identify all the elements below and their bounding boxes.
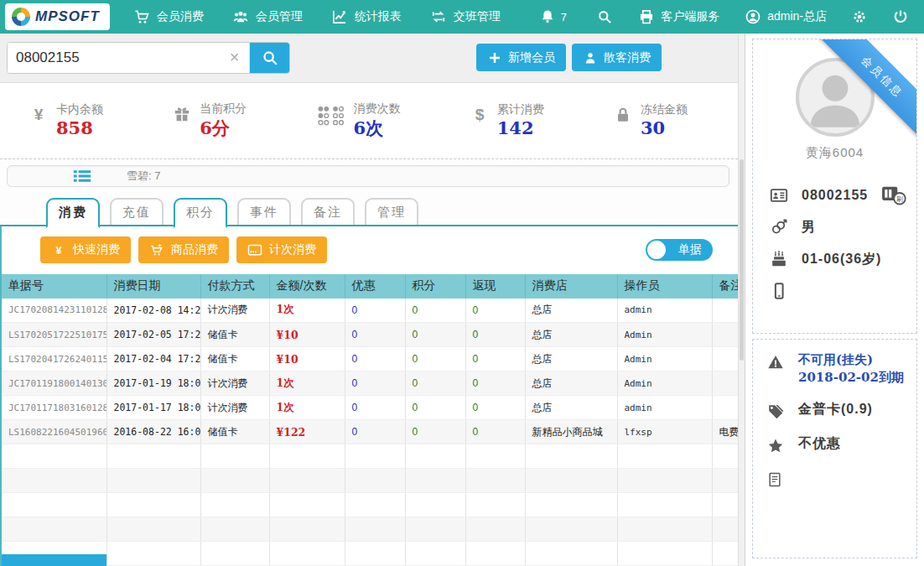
tab-recharge[interactable]: 充值 [110,198,164,228]
receipt-toggle[interactable]: 单据 [646,239,713,261]
quick-consume-button[interactable]: ¥ 快速消费 [40,236,131,263]
goods-consume-button[interactable]: 商品消费 [138,236,229,263]
tab-points[interactable]: 积分 [174,198,227,228]
birthday-cake-icon [770,250,788,268]
notice-bar[interactable]: 雪碧: 7 [7,165,729,187]
nav-item-label: 统计报表 [355,9,402,24]
nav-item-member-consume[interactable]: 会员消费 [133,8,204,25]
svg-text:刷: 刷 [896,195,903,203]
table-cell [712,396,738,420]
gender-icon [770,218,788,236]
column-header[interactable]: 备注 [712,274,738,299]
scrollbar-thumb[interactable] [740,159,744,361]
column-header[interactable]: 单据号 [2,274,106,299]
table-cell: Admin [617,347,712,371]
nav-item-reports[interactable]: 统计报表 [331,8,402,25]
table-cell [465,493,525,517]
member-search-input[interactable] [8,43,220,73]
vertical-scrollbar[interactable] [738,34,745,566]
brand-logo[interactable]: MPSOFT [5,3,110,30]
tag-icon [766,402,785,421]
table-cell: 0 [465,323,525,347]
gear-icon[interactable] [852,9,867,24]
table-cell: 总店 [525,299,617,323]
walkin-consume-button[interactable]: 散客消费 [572,44,662,71]
table-cell: 0 [345,299,405,323]
table-cell [405,517,465,542]
swipe-card-icon[interactable]: 刷 [881,184,906,206]
plus-icon [487,50,502,65]
document-icon [766,471,783,488]
punch-consume-button[interactable]: 计次消费 [236,236,327,263]
card-type-row: 金普卡(0.9) [766,401,908,421]
table-cell [106,444,200,469]
member-card-number: 08002155 [802,188,868,203]
table-cell: 0 [465,396,525,420]
search-button[interactable] [250,43,289,73]
table-row[interactable]: JC17020814231101282017-02-08 14:23计次消费1次… [2,299,738,323]
table-cell: 0 [405,371,465,396]
member-sidebar: 会员信息 黄海6004 08002155 刷 男 [745,34,924,566]
table-cell [200,493,269,517]
card-status-row: 不可用(挂失) 2018-02-02到期 [766,351,908,387]
search-icon[interactable] [596,8,613,25]
table-row[interactable]: JC17011918001401302017-01-19 18:00计次消费1次… [2,371,738,396]
table-cell: 2017-01-17 18:03 [106,396,200,420]
notifications-button[interactable]: 7 [539,8,567,25]
table-row[interactable]: LS17020417262401152017-02-04 17:26储值卡¥10… [2,347,738,371]
brand-logo-icon [12,8,30,26]
table-cell [345,493,405,517]
table-cell [525,542,617,566]
member-gender: 男 [802,219,816,236]
table-cell: 计次消费 [200,396,269,420]
table-cell [106,493,200,517]
discount-row: 不优惠 [766,435,908,455]
table-cell [465,517,525,542]
notification-count: 7 [561,11,567,23]
table-row[interactable]: JC17011718031601282017-01-17 18:03计次消费1次… [2,396,738,420]
tab-manage[interactable]: 管理 [365,198,418,228]
table-cell: 0 [465,299,525,323]
nav-item-label: 交班管理 [454,9,501,24]
table-cell [405,542,465,566]
table-cell [617,517,712,542]
account-label: admin-总店 [767,9,827,24]
client-service-button[interactable]: 客户端服务 [638,8,719,25]
nav-item-member-manage[interactable]: 会员管理 [232,8,303,25]
tab-consume[interactable]: 消费 [46,198,100,228]
column-header[interactable]: 金额/次数 [269,274,345,299]
table-cell [712,323,738,347]
consume-section: ¥ 快速消费 商品消费 计次消费 单据 [0,226,738,566]
column-header[interactable]: 返现 [465,274,525,299]
member-info-panel: 会员信息 黄海6004 08002155 刷 男 [752,39,917,334]
warning-icon [766,353,785,371]
add-member-button[interactable]: 新增会员 [476,44,566,71]
discount-text: 不优惠 [798,435,841,453]
table-cell [617,542,712,566]
member-birthday-row: 01-06(36岁) [770,243,905,275]
tab-remarks[interactable]: 备注 [301,198,355,228]
column-header[interactable]: 消费日期 [106,274,200,299]
column-header[interactable]: 操作员 [617,274,712,299]
column-header[interactable]: 优惠 [345,274,405,299]
table-row[interactable]: LS16082216045019602016-08-22 16:04储值卡¥12… [2,420,738,444]
account-menu[interactable]: admin-总店 [745,8,827,25]
column-header[interactable]: 消费店 [525,274,617,299]
table-row[interactable]: LS17020517225101752017-02-05 17:22储值卡¥10… [2,323,738,347]
table-cell [712,347,738,371]
table-cell: 0 [465,347,525,371]
nav-right: 客户端服务 admin-总店 [596,8,924,25]
table-cell [712,469,738,493]
goods-consume-label: 商品消费 [171,242,218,257]
table-empty-row [2,444,738,469]
column-header[interactable]: 积分 [405,274,465,299]
column-header[interactable]: 付款方式 [200,274,269,299]
power-icon[interactable] [892,8,909,25]
stat-value: 142 [497,117,544,138]
table-cell [405,493,465,517]
tab-events[interactable]: 事件 [237,198,291,228]
clear-icon[interactable]: × [220,43,250,73]
svg-text:$: $ [475,106,484,124]
app-window: MPSOFT 会员消费 会员管理 统计报表 交班管理 7 [0,0,924,566]
nav-item-shift-manage[interactable]: 交班管理 [430,8,501,25]
